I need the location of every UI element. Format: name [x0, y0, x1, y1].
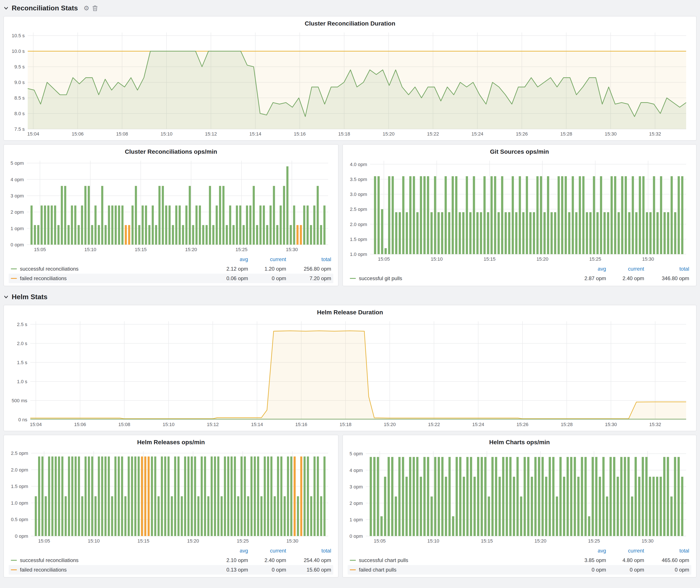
svg-text:2.5 s: 2.5 s [17, 322, 27, 327]
git-sources-chart[interactable]: 15:0515:1015:1515:2015:2515:301.0 opm1.5… [347, 157, 692, 263]
legend-col-total[interactable]: total [286, 548, 331, 554]
series-label: successful reconciliations [20, 266, 79, 272]
series-toggle[interactable]: failed chart pulls [350, 567, 568, 573]
legend-current-value: 4.80 opm [606, 557, 644, 563]
legend-avg-value: 0.13 opm [210, 567, 248, 573]
svg-text:15:05: 15:05 [38, 538, 50, 544]
panel-title[interactable]: Cluster Reconciliations ops/min [8, 147, 334, 157]
legend-current-value: 0 opm [248, 567, 286, 573]
legend-row: failed reconciliations 0.06 opm 0 opm 7.… [9, 274, 333, 283]
series-toggle[interactable]: successful git pulls [350, 275, 568, 281]
legend-col-current[interactable]: current [606, 548, 644, 554]
legend-col-total[interactable]: total [644, 548, 689, 554]
svg-text:10.0 s: 10.0 s [12, 48, 25, 54]
legend-avg-value: 0.06 opm [210, 275, 248, 281]
svg-text:15:18: 15:18 [338, 131, 350, 137]
panel-title[interactable]: Helm Releases ops/min [8, 437, 334, 448]
series-label: successful chart pulls [359, 557, 408, 563]
svg-text:7.5 s: 7.5 s [14, 126, 25, 132]
svg-text:1 opm: 1 opm [350, 517, 363, 522]
svg-text:15:20: 15:20 [185, 247, 197, 252]
series-label: successful git pulls [359, 275, 402, 281]
svg-text:15:30: 15:30 [286, 247, 298, 252]
series-swatch [11, 569, 17, 570]
svg-text:15:10: 15:10 [88, 538, 100, 544]
panel-title[interactable]: Git Sources ops/min [347, 147, 692, 157]
svg-text:15:30: 15:30 [286, 538, 298, 544]
section-helm-stats[interactable]: Helm Stats [3, 291, 697, 303]
helm-releases-chart[interactable]: 15:0515:1015:1515:2015:2515:300 opm0.5 o… [8, 448, 334, 545]
legend-col-avg[interactable]: avg [210, 256, 248, 262]
svg-text:4 opm: 4 opm [350, 468, 363, 473]
legend-col-total[interactable]: total [644, 266, 689, 272]
panel-title[interactable]: Helm Release Duration [8, 307, 692, 318]
svg-text:8.5 s: 8.5 s [14, 95, 25, 101]
svg-text:15:30: 15:30 [605, 131, 617, 137]
cluster-reconciliations-chart[interactable]: 15:0515:1015:1515:2015:2515:300 opm1 opm… [8, 157, 334, 253]
svg-text:1.0 s: 1.0 s [17, 379, 27, 384]
legend-total-value: 254.40 opm [286, 557, 331, 563]
series-toggle[interactable]: failed reconciliations [11, 567, 210, 573]
svg-text:15:32: 15:32 [649, 131, 661, 137]
series-toggle[interactable]: successful reconciliations [11, 557, 210, 563]
series-label: successful reconciliations [20, 557, 79, 563]
svg-text:15:14: 15:14 [249, 131, 261, 137]
svg-text:0 opm: 0 opm [11, 242, 24, 247]
svg-text:15:15: 15:15 [135, 247, 147, 252]
legend-total-value: 256.80 opm [286, 266, 331, 272]
svg-text:15:14: 15:14 [251, 422, 263, 427]
legend-col-current[interactable]: current [248, 548, 286, 554]
series-toggle[interactable]: successful chart pulls [350, 557, 568, 563]
svg-text:15:05: 15:05 [374, 538, 386, 544]
svg-text:15:15: 15:15 [481, 538, 493, 544]
svg-text:5 opm: 5 opm [11, 160, 24, 166]
section-title: Helm Stats [12, 293, 47, 301]
legend: avg current total successful reconciliat… [8, 253, 334, 283]
series-swatch [350, 560, 356, 561]
svg-text:2.0 opm: 2.0 opm [11, 467, 28, 473]
svg-text:1.5 opm: 1.5 opm [350, 237, 367, 242]
svg-text:15:10: 15:10 [427, 538, 439, 544]
series-swatch [350, 278, 356, 279]
svg-text:15:05: 15:05 [378, 256, 390, 262]
panel-title[interactable]: Cluster Reconciliation Duration [8, 19, 692, 29]
svg-text:15:05: 15:05 [34, 247, 46, 252]
svg-text:2.5 opm: 2.5 opm [11, 451, 28, 456]
series-toggle[interactable]: successful reconciliations [11, 266, 210, 272]
svg-text:8.0 s: 8.0 s [14, 111, 25, 116]
legend-col-total[interactable]: total [286, 256, 331, 262]
legend-current-value: 0 opm [606, 567, 644, 573]
legend-col-avg[interactable]: avg [568, 266, 606, 272]
svg-text:15:20: 15:20 [384, 422, 396, 427]
series-toggle[interactable]: failed reconciliations [11, 275, 210, 281]
helm-charts-chart[interactable]: 15:0515:1015:1515:2015:2515:300 opm1 opm… [347, 448, 692, 545]
svg-text:5 opm: 5 opm [350, 451, 363, 456]
legend-col-avg[interactable]: avg [210, 548, 248, 554]
legend-row: failed chart pulls 0 opm 0 opm 0 opm [348, 565, 691, 575]
section-reconciliation-stats[interactable]: Reconciliation Stats ⚙ [3, 3, 697, 14]
series-label: failed chart pulls [359, 567, 396, 573]
svg-text:0.5 opm: 0.5 opm [11, 517, 28, 522]
series-swatch [11, 560, 17, 561]
svg-text:15:06: 15:06 [74, 422, 86, 427]
svg-text:500 ms: 500 ms [12, 398, 27, 403]
legend-header: avg current total [9, 255, 333, 264]
legend-col-avg[interactable]: avg [568, 548, 606, 554]
panel-helm-charts-opm: Helm Charts ops/min 15:0515:1015:1515:20… [342, 435, 697, 578]
svg-text:15:30: 15:30 [642, 538, 653, 544]
svg-text:15:08: 15:08 [118, 422, 130, 427]
svg-text:3.5 opm: 3.5 opm [350, 177, 367, 182]
cluster-reconciliation-duration-chart[interactable]: 15:0415:0615:0815:1015:1215:1415:1615:18… [8, 29, 692, 138]
svg-text:4 opm: 4 opm [11, 177, 24, 182]
svg-text:1.0 opm: 1.0 opm [350, 252, 367, 257]
svg-text:4.0 opm: 4.0 opm [350, 162, 367, 167]
svg-text:15:10: 15:10 [431, 256, 443, 262]
legend-total-value: 7.20 opm [286, 275, 331, 281]
svg-text:15:22: 15:22 [428, 422, 440, 427]
trash-icon[interactable] [92, 5, 98, 11]
panel-title[interactable]: Helm Charts ops/min [347, 437, 692, 448]
legend-col-current[interactable]: current [248, 256, 286, 262]
legend-col-current[interactable]: current [606, 266, 644, 272]
gear-icon[interactable]: ⚙ [84, 5, 89, 11]
helm-release-duration-chart[interactable]: 15:0415:0615:0815:1015:1215:1415:1615:18… [8, 318, 692, 428]
